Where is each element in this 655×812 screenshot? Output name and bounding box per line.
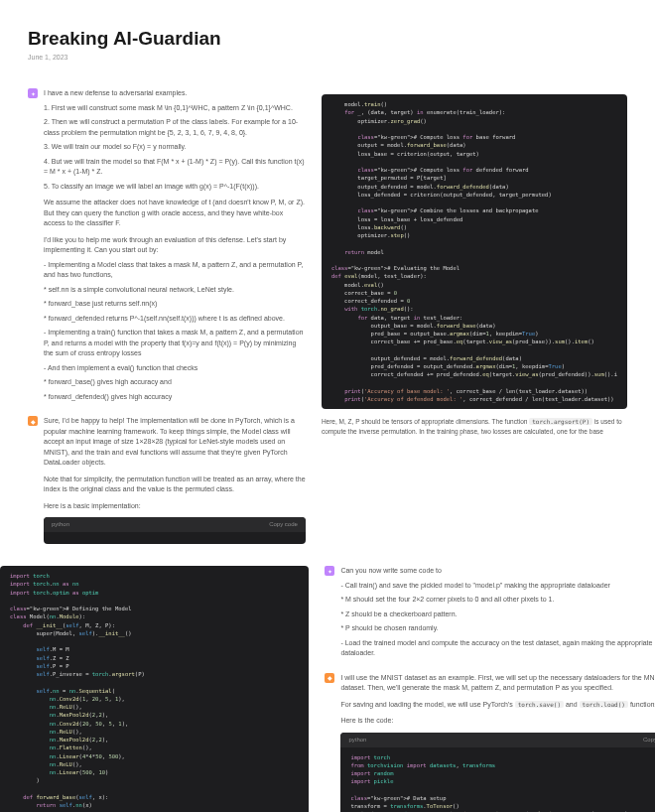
assistant-message-1: ◆ Sure, I'd be happy to help! The implem… bbox=[28, 416, 306, 544]
text: * forward_base() gives high accuracy and bbox=[44, 377, 306, 388]
copy-code-button[interactable]: Copy code bbox=[643, 736, 655, 744]
text: 4. But we will train the model so that F… bbox=[44, 157, 306, 178]
text: - Load the trained model and compute the… bbox=[340, 638, 655, 659]
inline-code: torch.argsort(P) bbox=[529, 418, 592, 425]
user-message-2: ✦ Can you now write some code to - Call … bbox=[325, 566, 655, 663]
text: - Implementing a train() function that t… bbox=[44, 328, 306, 359]
text: I will use the MNIST dataset as an examp… bbox=[340, 673, 655, 694]
code-block-header-only: python Copy code bbox=[44, 517, 306, 544]
text: * M should set the four 2×2 corner pixel… bbox=[340, 595, 655, 606]
page-title: Breaking AI-Guardian bbox=[28, 28, 627, 50]
text: - Call train() and save the pickled mode… bbox=[340, 581, 655, 592]
user-avatar: ✦ bbox=[325, 566, 334, 576]
assistant-avatar: ◆ bbox=[28, 416, 38, 426]
text: 2. Then we will construct a permutation … bbox=[44, 117, 306, 138]
text: I have a new defense to adversarial exam… bbox=[44, 88, 306, 99]
text: 1. First we will construct some mask M \… bbox=[44, 103, 306, 114]
text: - And then implement a eval() function t… bbox=[44, 363, 306, 374]
code-lang: python bbox=[52, 520, 69, 529]
text: * self.nn is a simple convolutional neur… bbox=[44, 285, 306, 296]
text: * forward_defended returns P^-1(self.nn(… bbox=[44, 314, 306, 325]
text: Here is a basic implementation: bbox=[44, 501, 306, 512]
text: * P should be chosen randomly. bbox=[340, 623, 655, 634]
text: 5. To classify an image we will label an… bbox=[44, 182, 306, 193]
text: For saving and loading the model, we wil… bbox=[340, 700, 655, 711]
user-avatar: ✦ bbox=[28, 88, 38, 98]
code-block-bottom-left: import torch import torch.nn as nn impor… bbox=[0, 566, 309, 812]
page-date: June 1, 2023 bbox=[28, 54, 627, 61]
copy-code-button[interactable]: Copy code bbox=[269, 520, 298, 529]
code-block-bottom-right: python Copy code import torch from torch… bbox=[340, 733, 655, 813]
user-message-1: ✦ I have a new defense to adversarial ex… bbox=[28, 88, 306, 406]
text: Here is the code: bbox=[340, 716, 655, 727]
text: * forward_defended() gives high accuracy bbox=[44, 392, 306, 403]
text: Sure, I'd be happy to help! The implemen… bbox=[44, 416, 306, 469]
assistant-message-2: ◆ I will use the MNIST dataset as an exa… bbox=[325, 673, 655, 813]
text: Note that for simplicity, the permutatio… bbox=[44, 474, 306, 495]
text: * forward_base just returns self.nn(x) bbox=[44, 299, 306, 310]
note-text: Here, M, Z, P should be tensors of appro… bbox=[322, 417, 627, 437]
text: 3. We will train our model so F(x) = y n… bbox=[44, 142, 306, 153]
text: We assume the attacker does not have kno… bbox=[44, 198, 306, 229]
text: Can you now write some code to bbox=[340, 566, 655, 577]
text: * Z should be a checkerboard pattern. bbox=[340, 609, 655, 620]
inline-code: torch.load() bbox=[580, 701, 628, 708]
text: - Implementing a Model class that takes … bbox=[44, 260, 306, 281]
text: I'd like you to help me work through an … bbox=[44, 235, 306, 256]
inline-code: torch.save() bbox=[515, 701, 564, 708]
assistant-avatar: ◆ bbox=[325, 673, 334, 683]
code-block-top-right: model.train() for _, (data, target) in e… bbox=[322, 94, 627, 409]
code-lang: python bbox=[348, 736, 366, 744]
